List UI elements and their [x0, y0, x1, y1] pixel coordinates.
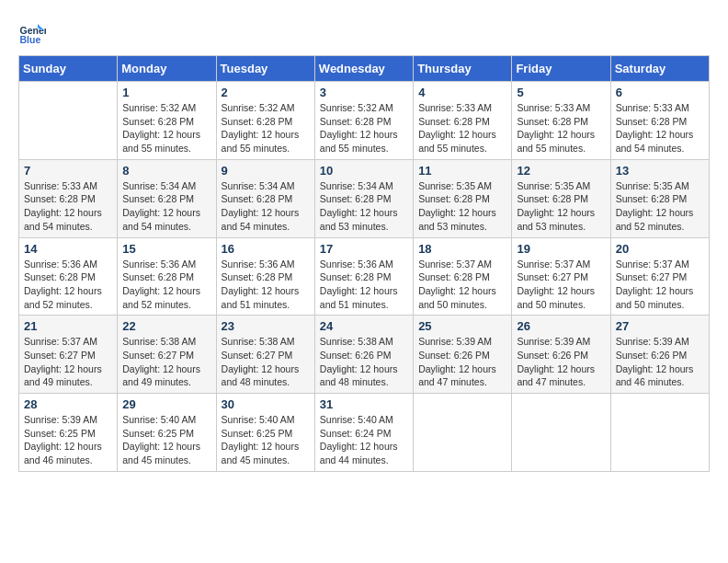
calendar-cell: 21Sunrise: 5:37 AM Sunset: 6:27 PM Dayli… [19, 316, 118, 394]
svg-text:Blue: Blue [20, 34, 41, 45]
calendar-cell: 6Sunrise: 5:33 AM Sunset: 6:28 PM Daylig… [610, 82, 709, 160]
calendar-week: 21Sunrise: 5:37 AM Sunset: 6:27 PM Dayli… [19, 316, 710, 394]
calendar-cell: 13Sunrise: 5:35 AM Sunset: 6:28 PM Dayli… [610, 159, 709, 237]
cell-content: Sunrise: 5:38 AM Sunset: 6:27 PM Dayligh… [222, 335, 310, 389]
logo-icon: General Blue [18, 18, 46, 46]
calendar-week: 1Sunrise: 5:32 AM Sunset: 6:28 PM Daylig… [19, 82, 710, 160]
day-number: 7 [24, 164, 112, 178]
cell-content: Sunrise: 5:39 AM Sunset: 6:26 PM Dayligh… [517, 335, 605, 389]
header-day: Tuesday [216, 56, 314, 82]
day-number: 13 [616, 164, 704, 178]
cell-content: Sunrise: 5:33 AM Sunset: 6:28 PM Dayligh… [24, 179, 112, 234]
day-number: 23 [222, 319, 310, 333]
day-number: 24 [320, 319, 408, 333]
day-number: 18 [418, 242, 506, 256]
calendar-cell: 28Sunrise: 5:39 AM Sunset: 6:25 PM Dayli… [19, 394, 118, 472]
cell-content: Sunrise: 5:34 AM Sunset: 6:28 PM Dayligh… [122, 179, 210, 234]
calendar-cell: 9Sunrise: 5:34 AM Sunset: 6:28 PM Daylig… [216, 159, 314, 237]
calendar-cell: 10Sunrise: 5:34 AM Sunset: 6:28 PM Dayli… [314, 159, 413, 237]
cell-content: Sunrise: 5:33 AM Sunset: 6:28 PM Dayligh… [616, 101, 704, 155]
day-number: 16 [222, 242, 310, 256]
cell-content: Sunrise: 5:36 AM Sunset: 6:28 PM Dayligh… [24, 258, 112, 312]
calendar-cell: 31Sunrise: 5:40 AM Sunset: 6:24 PM Dayli… [314, 394, 413, 472]
header-day: Monday [118, 56, 216, 82]
cell-content: Sunrise: 5:35 AM Sunset: 6:28 PM Dayligh… [616, 179, 704, 234]
cell-content: Sunrise: 5:37 AM Sunset: 6:27 PM Dayligh… [616, 258, 704, 312]
day-number: 3 [320, 86, 408, 99]
cell-content: Sunrise: 5:33 AM Sunset: 6:28 PM Dayligh… [517, 101, 605, 155]
day-number: 28 [24, 397, 112, 411]
calendar-cell: 4Sunrise: 5:33 AM Sunset: 6:28 PM Daylig… [414, 82, 512, 160]
day-number: 6 [616, 86, 704, 99]
day-number: 20 [616, 242, 704, 256]
calendar-cell [610, 394, 709, 472]
day-number: 15 [122, 242, 210, 256]
calendar-week: 14Sunrise: 5:36 AM Sunset: 6:28 PM Dayli… [19, 237, 710, 316]
calendar-week: 7Sunrise: 5:33 AM Sunset: 6:28 PM Daylig… [19, 159, 710, 237]
cell-content: Sunrise: 5:35 AM Sunset: 6:28 PM Dayligh… [418, 179, 506, 234]
cell-content: Sunrise: 5:36 AM Sunset: 6:28 PM Dayligh… [222, 258, 310, 312]
cell-content: Sunrise: 5:32 AM Sunset: 6:28 PM Dayligh… [320, 101, 408, 155]
calendar-table: SundayMondayTuesdayWednesdayThursdayFrid… [18, 55, 710, 472]
calendar-cell: 25Sunrise: 5:39 AM Sunset: 6:26 PM Dayli… [414, 316, 512, 394]
day-number: 1 [122, 86, 210, 99]
day-number: 10 [320, 164, 408, 178]
calendar-cell: 8Sunrise: 5:34 AM Sunset: 6:28 PM Daylig… [118, 159, 216, 237]
header-day: Sunday [19, 56, 118, 82]
calendar-cell: 29Sunrise: 5:40 AM Sunset: 6:25 PM Dayli… [118, 394, 216, 472]
calendar-cell [19, 82, 118, 160]
day-number: 31 [320, 397, 408, 411]
page-header: General Blue [18, 18, 710, 46]
cell-content: Sunrise: 5:38 AM Sunset: 6:27 PM Dayligh… [122, 335, 210, 389]
header-day: Thursday [414, 56, 512, 82]
calendar-cell: 24Sunrise: 5:38 AM Sunset: 6:26 PM Dayli… [314, 316, 413, 394]
day-number: 17 [320, 242, 408, 256]
calendar-cell: 16Sunrise: 5:36 AM Sunset: 6:28 PM Dayli… [216, 237, 314, 316]
calendar-cell: 14Sunrise: 5:36 AM Sunset: 6:28 PM Dayli… [19, 237, 118, 316]
calendar-cell: 11Sunrise: 5:35 AM Sunset: 6:28 PM Dayli… [414, 159, 512, 237]
calendar-cell: 19Sunrise: 5:37 AM Sunset: 6:27 PM Dayli… [512, 237, 610, 316]
cell-content: Sunrise: 5:37 AM Sunset: 6:27 PM Dayligh… [517, 258, 605, 312]
day-number: 8 [122, 164, 210, 178]
cell-content: Sunrise: 5:32 AM Sunset: 6:28 PM Dayligh… [122, 101, 210, 155]
header-day: Saturday [610, 56, 709, 82]
cell-content: Sunrise: 5:39 AM Sunset: 6:25 PM Dayligh… [24, 413, 112, 467]
cell-content: Sunrise: 5:39 AM Sunset: 6:26 PM Dayligh… [418, 335, 506, 389]
day-number: 30 [222, 397, 310, 411]
day-number: 14 [24, 242, 112, 256]
header-row: SundayMondayTuesdayWednesdayThursdayFrid… [19, 56, 710, 82]
calendar-cell: 1Sunrise: 5:32 AM Sunset: 6:28 PM Daylig… [118, 82, 216, 160]
cell-content: Sunrise: 5:40 AM Sunset: 6:25 PM Dayligh… [122, 413, 210, 467]
cell-content: Sunrise: 5:34 AM Sunset: 6:28 PM Dayligh… [222, 179, 310, 234]
day-number: 25 [418, 319, 506, 333]
cell-content: Sunrise: 5:33 AM Sunset: 6:28 PM Dayligh… [418, 101, 506, 155]
calendar-cell: 27Sunrise: 5:39 AM Sunset: 6:26 PM Dayli… [610, 316, 709, 394]
header-day: Friday [512, 56, 610, 82]
day-number: 21 [24, 319, 112, 333]
cell-content: Sunrise: 5:34 AM Sunset: 6:28 PM Dayligh… [320, 179, 408, 234]
cell-content: Sunrise: 5:38 AM Sunset: 6:26 PM Dayligh… [320, 335, 408, 389]
day-number: 29 [122, 397, 210, 411]
cell-content: Sunrise: 5:37 AM Sunset: 6:28 PM Dayligh… [418, 258, 506, 312]
day-number: 27 [616, 319, 704, 333]
day-number: 22 [122, 319, 210, 333]
calendar-cell [512, 394, 610, 472]
day-number: 4 [418, 86, 506, 99]
day-number: 19 [517, 242, 605, 256]
cell-content: Sunrise: 5:32 AM Sunset: 6:28 PM Dayligh… [222, 101, 310, 155]
calendar-cell: 17Sunrise: 5:36 AM Sunset: 6:28 PM Dayli… [314, 237, 413, 316]
calendar-week: 28Sunrise: 5:39 AM Sunset: 6:25 PM Dayli… [19, 394, 710, 472]
calendar-cell: 15Sunrise: 5:36 AM Sunset: 6:28 PM Dayli… [118, 237, 216, 316]
calendar-cell: 2Sunrise: 5:32 AM Sunset: 6:28 PM Daylig… [216, 82, 314, 160]
cell-content: Sunrise: 5:37 AM Sunset: 6:27 PM Dayligh… [24, 335, 112, 389]
cell-content: Sunrise: 5:40 AM Sunset: 6:25 PM Dayligh… [222, 413, 310, 467]
cell-content: Sunrise: 5:35 AM Sunset: 6:28 PM Dayligh… [517, 179, 605, 234]
day-number: 2 [222, 86, 310, 99]
calendar-cell: 22Sunrise: 5:38 AM Sunset: 6:27 PM Dayli… [118, 316, 216, 394]
day-number: 12 [517, 164, 605, 178]
calendar-cell: 7Sunrise: 5:33 AM Sunset: 6:28 PM Daylig… [19, 159, 118, 237]
calendar-cell: 30Sunrise: 5:40 AM Sunset: 6:25 PM Dayli… [216, 394, 314, 472]
logo: General Blue [18, 18, 50, 46]
day-number: 11 [418, 164, 506, 178]
cell-content: Sunrise: 5:40 AM Sunset: 6:24 PM Dayligh… [320, 413, 408, 467]
